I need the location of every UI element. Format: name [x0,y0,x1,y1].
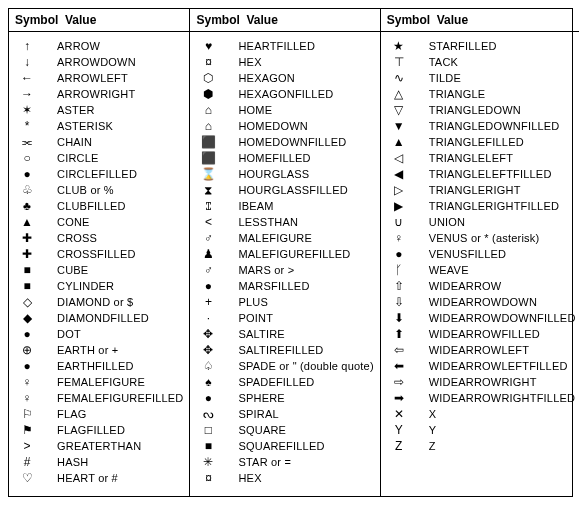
table-row: ◀TRIANGLELEFTFILLED [387,166,576,182]
symbol-icon: ← [15,70,39,86]
symbol-value: HOURGLASSFILLED [220,182,373,198]
header-value: Value [246,13,373,27]
symbol-icon: Y [387,422,411,438]
table-row: ■SQUAREFILLED [196,438,373,454]
symbol-value: TACK [411,54,576,70]
table-row: ▷TRIANGLERIGHT [387,182,576,198]
symbol-icon: ♧ [15,182,39,198]
symbol-value: ASTER [39,102,183,118]
symbol-icon: ↑ [15,38,39,54]
symbol-icon: ∿ [387,70,411,86]
symbol-value: CYLINDER [39,278,183,294]
table-row: ∿TILDE [387,70,576,86]
symbol-value: MALEFIGURE [220,230,373,246]
symbol-value: WIDEARROWRIGHTFILLED [411,390,576,406]
symbol-value: FLAG [39,406,183,422]
table-row: ♀FEMALEFIGURE [15,374,183,390]
symbol-icon: # [15,454,39,470]
symbol-icon: ● [15,166,39,182]
symbol-icon: ⇩ [387,294,411,310]
table-row: ■CUBE [15,262,183,278]
symbol-icon: ♠ [196,374,220,390]
symbol-value: ASTERISK [39,118,183,134]
symbol-icon: ⊤ [387,54,411,70]
table-row: ♀FEMALEFIGUREFILLED [15,390,183,406]
symbol-value: ARROWLEFT [39,70,183,86]
table-row: ♣CLUBFILLED [15,198,183,214]
header-value: Value [437,13,576,27]
symbol-value: FEMALEFIGURE [39,374,183,390]
symbol-icon: Ζ [387,438,411,454]
table-row: ✕X [387,406,576,422]
table-row: ✶ASTER [15,102,183,118]
symbol-value: POINT [220,310,373,326]
symbol-icon: ✥ [196,342,220,358]
symbol-value: HEART or # [39,470,183,486]
table-row: ●CIRCLEFILLED [15,166,183,182]
symbol-icon: ♂ [196,262,220,278]
header-value: Value [65,13,183,27]
symbol-value: WIDEARROWLEFTFILLED [411,358,576,374]
symbol-icon: ⬆ [387,326,411,342]
symbol-value: HEX [220,470,373,486]
symbol-icon: * [15,118,39,134]
symbol-icon: ∪ [387,214,411,230]
symbol-value: HEX [220,54,373,70]
symbol-value: TRIANGLERIGHTFILLED [411,198,576,214]
symbol-icon: ⊕ [15,342,39,358]
symbol-icon: ■ [196,438,220,454]
symbol-icon: ♟ [196,246,220,262]
symbol-value: TRIANGLEDOWN [411,102,576,118]
symbol-value: CLUB or % [39,182,183,198]
symbol-icon: < [196,214,220,230]
table-row: ⌂HOME [196,102,373,118]
symbol-value: FLAGFILLED [39,422,183,438]
table-row: □SQUARE [196,422,373,438]
symbol-icon: ● [15,358,39,374]
table-row: △TRIANGLE [387,86,576,102]
column-2: Symbol Value ♥HEARTFILLED¤HEX⬡HEXAGON⬢HE… [190,9,380,496]
symbol-value: PLUS [220,294,373,310]
symbol-icon: ᚴ [387,262,411,278]
symbol-value: VENUS or * (asterisk) [411,230,576,246]
symbol-value: SQUARE [220,422,373,438]
table-row: ⌛HOURGLASS [196,166,373,182]
table-row: ΖZ [387,438,576,454]
symbol-icon: ⇦ [387,342,411,358]
table-row: ⊤TACK [387,54,576,70]
symbol-value: MARSFILLED [220,278,373,294]
table-row: ◁TRIANGLELEFT [387,150,576,166]
symbol-value: TRIANGLELEFT [411,150,576,166]
symbol-value: MALEFIGUREFILLED [220,246,373,262]
symbol-value: WIDEARROWLEFT [411,342,576,358]
table-row: ⫘CHAIN [15,134,183,150]
table-row: ♂MARS or > [196,262,373,278]
symbol-value: STAR or = [220,454,373,470]
table-row: ↑ARROW [15,38,183,54]
symbol-value: HOME [220,102,373,118]
table-row: ♡HEART or # [15,470,183,486]
symbol-value: Y [411,422,576,438]
table-row: ⇩WIDEARROWDOWN [387,294,576,310]
table-row: ♤SPADE or " (double quote) [196,358,373,374]
symbol-icon: > [15,438,39,454]
table-row: ✥SALTIRE [196,326,373,342]
symbol-icon: ■ [15,278,39,294]
table-row: ♟MALEFIGUREFILLED [196,246,373,262]
table-row: ⬆WIDEARROWFILLED [387,326,576,342]
symbol-icon: ⌛ [196,166,220,182]
symbol-icon: ♂ [196,230,220,246]
symbol-icon: ⬅ [387,358,411,374]
column-header: Symbol Value [190,9,379,32]
rows-1: ↑ARROW↓ARROWDOWN←ARROWLEFT→ARROWRIGHT✶AS… [9,32,189,496]
symbol-value: DOT [39,326,183,342]
symbol-value: MARS or > [220,262,373,278]
table-row: ▲TRIANGLEFILLED [387,134,576,150]
symbol-icon: ⬢ [196,86,220,102]
column-header: Symbol Value [9,9,189,32]
table-row: ⬅WIDEARROWLEFTFILLED [387,358,576,374]
symbol-value: EARTHFILLED [39,358,183,374]
symbol-value: UNION [411,214,576,230]
symbol-icon: + [196,294,220,310]
column-1: Symbol Value ↑ARROW↓ARROWDOWN←ARROWLEFT→… [9,9,190,496]
